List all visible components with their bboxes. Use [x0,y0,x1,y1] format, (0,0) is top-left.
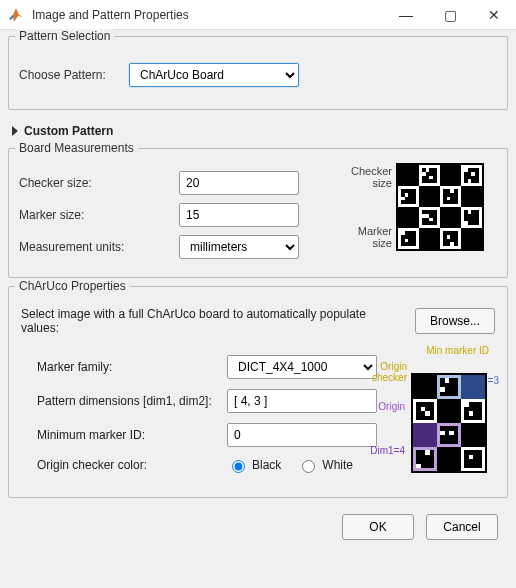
charuco-browse-prompt: Select image with a full ChArUco board t… [21,307,405,335]
dialog-footer: OK Cancel [8,506,508,540]
charuco-properties-group: ChArUco Properties Select image with a f… [8,286,508,498]
units-select[interactable]: millimeters [179,235,299,259]
marker-family-label: Marker family: [37,360,227,374]
origin-color-white-option[interactable]: White [297,457,353,473]
marker-size-label: Marker size: [19,208,179,222]
matlab-icon [8,7,24,23]
marker-size-input[interactable] [179,203,299,227]
annot-origin: Origin [378,401,405,412]
annot-origin-checker: Origin checker [347,361,407,383]
titlebar: Image and Pattern Properties — ▢ ✕ [0,0,516,30]
window-controls: — ▢ ✕ [384,0,516,30]
annot-dim1: Dim1=4 [370,445,405,456]
origin-color-white-radio[interactable] [302,460,315,473]
pattern-dimensions-label: Pattern dimensions [dim1, dim2]: [37,394,227,408]
annot-min-marker-id: Min marker ID [426,345,489,356]
maximize-button[interactable]: ▢ [428,0,472,30]
choose-pattern-label: Choose Pattern: [19,68,129,82]
checker-size-label: Checker size: [19,176,179,190]
preview-marker-label: Marker size [351,225,392,249]
preview-checker-label: Checker size [351,165,392,189]
ok-button[interactable]: OK [342,514,414,540]
charuco-board-icon [411,373,487,473]
window-title: Image and Pattern Properties [32,8,384,22]
chevron-right-icon [12,126,18,136]
pattern-selection-group: Pattern Selection Choose Pattern: ChArUc… [8,36,508,110]
board-measurements-legend: Board Measurements [15,141,138,155]
browse-button[interactable]: Browse... [415,308,495,334]
choose-pattern-select[interactable]: ChArUco Board [129,63,299,87]
pattern-dimensions-input[interactable] [227,389,377,413]
charuco-properties-legend: ChArUco Properties [15,279,130,293]
board-preview: Checker size Marker size [347,163,497,267]
dialog-content: Pattern Selection Choose Pattern: ChArUc… [0,30,516,548]
units-label: Measurement units: [19,240,179,254]
min-marker-id-label: Minimum marker ID: [37,428,227,442]
choose-pattern-row: Choose Pattern: ChArUco Board [19,63,497,87]
min-marker-id-input[interactable] [227,423,377,447]
charuco-preview: Min marker ID Origin checker Dim2=3 Orig… [379,345,497,487]
cancel-button[interactable]: Cancel [426,514,498,540]
checkerboard-preview-icon [396,163,484,251]
origin-checker-color-label: Origin checker color: [37,458,227,472]
custom-pattern-label: Custom Pattern [24,124,113,138]
pattern-selection-legend: Pattern Selection [15,29,114,43]
close-button[interactable]: ✕ [472,0,516,30]
minimize-button[interactable]: — [384,0,428,30]
board-measurements-group: Board Measurements Checker size: Marker … [8,148,508,278]
checker-size-input[interactable] [179,171,299,195]
origin-color-black-option[interactable]: Black [227,457,281,473]
origin-color-black-radio[interactable] [232,460,245,473]
